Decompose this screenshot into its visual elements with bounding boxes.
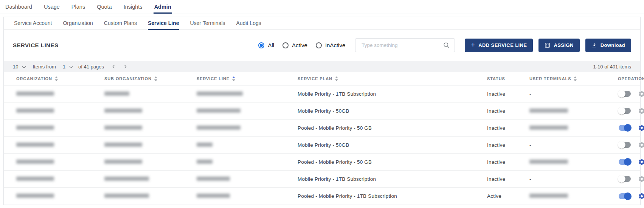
user-terminals-cell: -	[529, 142, 618, 148]
tab-audit-logs[interactable]: Audit Logs	[236, 17, 261, 29]
page-select[interactable]: 1	[63, 64, 72, 70]
operations-cell	[618, 192, 644, 200]
gear-icon[interactable]	[638, 124, 644, 132]
column-header-service-plan[interactable]: SERVICE PLAN	[298, 76, 487, 81]
redacted-text	[16, 160, 54, 164]
tab-custom-plans[interactable]: Custom Plans	[104, 17, 137, 29]
sub-organization-cell	[104, 193, 197, 199]
page-value: 1	[63, 64, 65, 70]
table-row: Pooled - Mobile Priority - 1TB Subscript…	[4, 188, 640, 205]
gear-icon[interactable]	[638, 141, 644, 149]
column-header-label: OPERATIONS	[618, 76, 644, 81]
chevron-right-icon[interactable]	[123, 64, 127, 69]
download-button[interactable]: Download	[585, 39, 631, 52]
status-cell: Inactive	[487, 159, 529, 165]
sub-organization-cell	[104, 142, 197, 148]
status-filter-group: All Active InActive	[258, 42, 345, 48]
row-toggle[interactable]	[618, 124, 632, 132]
user-terminals-cell	[529, 108, 618, 114]
tab-user-terminals[interactable]: User Terminals	[190, 17, 225, 29]
sort-arrows-icon	[55, 76, 58, 81]
row-toggle[interactable]	[618, 175, 632, 183]
column-header-label: STATUS	[487, 76, 505, 81]
sort-arrows-icon	[574, 76, 577, 81]
row-toggle[interactable]	[618, 107, 632, 115]
sub-organization-cell	[104, 108, 197, 114]
row-toggle[interactable]	[618, 158, 632, 166]
operations-cell	[618, 175, 644, 183]
page-size-select[interactable]: 10	[13, 64, 25, 70]
redacted-text	[197, 160, 213, 164]
status-cell: Inactive	[487, 108, 529, 114]
chevron-down-icon	[22, 64, 26, 68]
table-row: Pooled - Mobile Priority - 50 GB Inactiv…	[4, 120, 640, 137]
add-service-line-button[interactable]: + ADD SERVICE LINE	[465, 39, 533, 52]
tab-service-account[interactable]: Service Account	[14, 17, 52, 29]
organization-cell	[16, 193, 104, 199]
redacted-text	[104, 92, 129, 96]
service-plan-cell: Mobile Priority - 50GB	[298, 142, 487, 148]
status-cell: Inactive	[487, 91, 529, 97]
row-toggle[interactable]	[618, 141, 632, 149]
search-input[interactable]	[361, 42, 443, 48]
gear-icon[interactable]	[638, 192, 644, 200]
sub-organization-cell	[104, 176, 197, 182]
plus-icon: +	[471, 42, 475, 48]
status-filter-all[interactable]: All	[258, 42, 274, 48]
service-plan-cell: Pooled - Mobile Priority - 50 GB	[298, 159, 487, 165]
service-plan-cell: Mobile Priority - 50GB	[298, 108, 487, 114]
tab-label: Service Account	[14, 20, 52, 26]
topnav-item-label: Quota	[97, 4, 112, 10]
column-header-label: SERVICE LINE	[197, 76, 230, 81]
service-line-cell	[197, 91, 298, 97]
gear-icon[interactable]	[638, 107, 644, 115]
admin-panel-card: Service Account Organization Custom Plan…	[3, 17, 641, 205]
topnav-item-label: Insights	[124, 4, 143, 10]
service-plan-cell: Pooled - Mobile Priority - 1TB Subscript…	[298, 193, 487, 199]
table-row: Mobile Priority - 1TB Subscription Inact…	[4, 171, 640, 188]
gear-icon[interactable]	[638, 158, 644, 166]
status-filter-active[interactable]: Active	[282, 42, 307, 48]
service-line-cell	[197, 142, 298, 148]
topnav-item-plans[interactable]: Plans	[71, 0, 86, 14]
user-terminals-cell	[529, 125, 618, 131]
column-header-label: ORGANIZATION	[16, 76, 52, 81]
pagination-bar: 10 Items from 1 of 41 pages 1-10 of 401 …	[4, 61, 640, 72]
download-label: Download	[601, 42, 625, 48]
column-header-organization[interactable]: ORGANIZATION	[16, 76, 104, 81]
gear-icon[interactable]	[638, 175, 644, 183]
row-toggle[interactable]	[618, 192, 632, 200]
radio-icon	[316, 42, 322, 48]
status-filter-inactive[interactable]: InActive	[316, 42, 345, 48]
user-terminals-cell	[529, 159, 618, 165]
assign-button[interactable]: ASSIGN	[538, 39, 579, 52]
toolbar: SERVICE LINES All Active InActive + ADD …	[4, 30, 640, 61]
page-title: SERVICE LINES	[13, 42, 58, 48]
status-cell: Inactive	[487, 176, 529, 182]
service-plan-cell: Mobile Priority - 1TB Subscription	[298, 176, 487, 182]
redacted-text	[16, 177, 54, 181]
status-cell: Inactive	[487, 125, 529, 131]
topnav-item-quota[interactable]: Quota	[96, 0, 113, 14]
topnav-item-dashboard[interactable]: Dashboard	[5, 0, 33, 14]
topnav-item-usage[interactable]: Usage	[43, 0, 61, 14]
search-icon[interactable]	[443, 42, 450, 49]
redacted-text	[197, 92, 243, 96]
tab-organization[interactable]: Organization	[63, 17, 93, 29]
chevron-left-icon[interactable]	[112, 64, 116, 69]
tab-label: Organization	[63, 20, 93, 26]
table-body: Mobile Priority - 1TB Subscription Inact…	[4, 85, 640, 205]
tab-service-line[interactable]: Service Line	[148, 17, 179, 29]
page-nav	[112, 64, 127, 69]
status-cell: Active	[487, 193, 529, 199]
column-header-sub-organization[interactable]: SUB ORGANIZATION	[104, 76, 197, 81]
column-header-service-line[interactable]: SERVICE LINE	[197, 76, 298, 81]
topnav-item-admin[interactable]: Admin	[154, 0, 172, 14]
column-header-user-terminals[interactable]: USER TERMINALS	[529, 76, 618, 81]
items-from-label: Items from	[33, 64, 56, 70]
topnav-item-insights[interactable]: Insights	[123, 0, 143, 14]
row-toggle[interactable]	[618, 90, 632, 98]
gear-icon[interactable]	[638, 90, 644, 98]
redacted-text	[104, 194, 149, 198]
column-header-label: SUB ORGANIZATION	[104, 76, 152, 81]
